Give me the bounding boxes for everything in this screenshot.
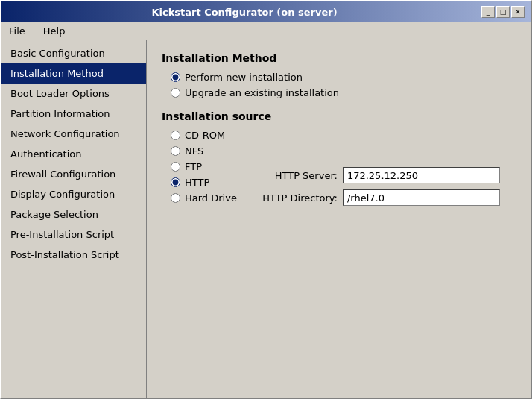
nfs-radio-row[interactable]: NFS <box>171 145 237 157</box>
http-server-label: HTTP Server: <box>252 170 338 181</box>
content-area: Basic Configuration Installation Method … <box>1 40 531 398</box>
ftp-radio-row[interactable]: FTP <box>171 161 237 172</box>
http-label: HTTP <box>185 177 209 188</box>
close-button[interactable]: ✕ <box>511 6 525 18</box>
menu-file[interactable]: File <box>6 25 28 37</box>
upgrade-existing-radio[interactable] <box>171 88 180 98</box>
perform-new-radio[interactable] <box>171 72 180 82</box>
titlebar: Kickstart Configurator (on server) _ □ ✕ <box>1 1 531 22</box>
http-server-input[interactable] <box>343 167 500 183</box>
cdrom-radio-row[interactable]: CD-ROM <box>171 130 237 141</box>
sidebar-item-partition-information[interactable]: Partition Information <box>1 104 146 124</box>
window-title: Kickstart Configurator (on server) <box>7 7 481 18</box>
hard-drive-radio-row[interactable]: Hard Drive <box>171 192 237 204</box>
http-directory-label: HTTP Directory: <box>252 192 338 204</box>
installation-source-title: Installation source <box>162 110 516 122</box>
menubar: File Help <box>1 22 531 40</box>
sidebar-item-pre-installation-script[interactable]: Pre-Installation Script <box>1 224 146 245</box>
menu-help[interactable]: Help <box>40 25 69 37</box>
sidebar-item-network-configuration[interactable]: Network Configuration <box>1 124 146 144</box>
sidebar-item-authentication[interactable]: Authentication <box>1 144 146 164</box>
nfs-label: NFS <box>185 145 203 157</box>
perform-new-radio-row[interactable]: Perform new installation <box>171 72 516 83</box>
cdrom-label: CD-ROM <box>185 130 225 141</box>
nfs-radio[interactable] <box>171 146 180 156</box>
http-server-row: HTTP Server: <box>252 167 500 183</box>
minimize-button[interactable]: _ <box>481 6 495 18</box>
hard-drive-label: Hard Drive <box>185 192 237 204</box>
server-fields: HTTP Server: HTTP Directory: <box>252 167 500 206</box>
upgrade-existing-radio-row[interactable]: Upgrade an existing installation <box>171 87 516 98</box>
http-radio[interactable] <box>171 177 180 187</box>
sidebar-item-firewall-configuration[interactable]: Firewall Configuration <box>1 164 146 184</box>
http-radio-row[interactable]: HTTP <box>171 177 237 188</box>
sidebar-item-installation-method[interactable]: Installation Method <box>1 63 146 84</box>
sidebar-item-package-selection[interactable]: Package Selection <box>1 204 146 224</box>
source-options: CD-ROM NFS FTP HTTP <box>171 130 237 204</box>
http-directory-input[interactable] <box>343 189 500 206</box>
cdrom-radio[interactable] <box>171 131 180 140</box>
sidebar-item-basic-configuration[interactable]: Basic Configuration <box>1 43 146 63</box>
sidebar-item-boot-loader-options[interactable]: Boot Loader Options <box>1 84 146 104</box>
perform-new-label: Perform new installation <box>185 72 303 83</box>
sidebar-item-post-installation-script[interactable]: Post-Installation Script <box>1 245 146 265</box>
installation-method-title: Installation Method <box>162 52 516 64</box>
sidebar-item-display-configuration[interactable]: Display Configuration <box>1 184 146 204</box>
main-window: Kickstart Configurator (on server) _ □ ✕… <box>0 0 532 399</box>
ftp-radio[interactable] <box>171 162 180 172</box>
sidebar: Basic Configuration Installation Method … <box>1 40 147 398</box>
upgrade-existing-label: Upgrade an existing installation <box>185 87 339 98</box>
install-type-group: Perform new installation Upgrade an exis… <box>171 72 516 98</box>
ftp-label: FTP <box>185 161 202 172</box>
titlebar-buttons: _ □ ✕ <box>481 6 525 18</box>
http-directory-row: HTTP Directory: <box>252 189 500 206</box>
hard-drive-radio[interactable] <box>171 193 180 203</box>
main-panel: Installation Method Perform new installa… <box>147 40 531 398</box>
maximize-button[interactable]: □ <box>496 6 510 18</box>
